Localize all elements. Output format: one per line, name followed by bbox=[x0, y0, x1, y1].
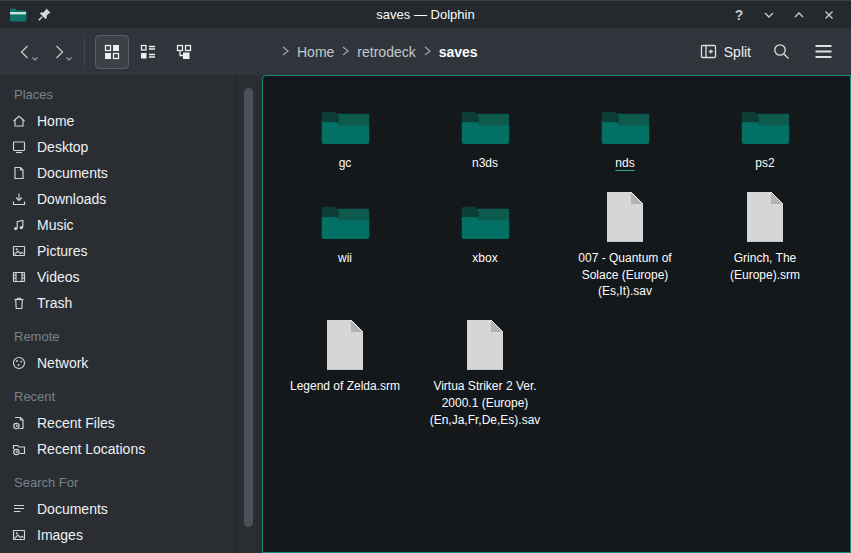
sidebar-item-desktop[interactable]: Desktop bbox=[0, 134, 262, 160]
sidebar-item-label: Home bbox=[37, 113, 74, 129]
item-name: Grinch, The (Europe).​srm bbox=[709, 250, 821, 284]
chevron-right-icon bbox=[281, 44, 290, 60]
folder-icon bbox=[319, 185, 372, 243]
music-icon bbox=[11, 217, 27, 233]
desktop-icon bbox=[11, 139, 27, 155]
sidebar-item-images[interactable]: Images bbox=[0, 522, 262, 548]
folder-icon bbox=[459, 185, 512, 243]
item-name: gc bbox=[339, 155, 352, 172]
chevron-up-icon bbox=[791, 7, 807, 23]
details-view-icon bbox=[139, 43, 157, 61]
back-dropdown-icon[interactable] bbox=[31, 48, 39, 66]
forward-button[interactable] bbox=[46, 37, 72, 67]
file-item-grinch-the-europe-srm[interactable]: Grinch, The (Europe).​srm bbox=[695, 185, 835, 300]
icons-view-icon bbox=[103, 43, 121, 61]
sidebar-item-label: Recent Locations bbox=[37, 441, 145, 457]
split-button-label: Split bbox=[724, 44, 751, 60]
toolbar: Home retrodeck saves Split bbox=[0, 28, 851, 75]
help-button[interactable]: ? bbox=[729, 5, 749, 25]
image-icon bbox=[11, 527, 27, 543]
search-button[interactable] bbox=[769, 40, 793, 64]
sidebar-item-music[interactable]: Music bbox=[0, 212, 262, 238]
folder-icon bbox=[599, 90, 652, 148]
breadcrumb-item-home[interactable]: Home bbox=[297, 44, 334, 60]
trash-icon bbox=[11, 295, 27, 311]
sidebar-scrollbar[interactable] bbox=[244, 88, 253, 527]
help-icon: ? bbox=[735, 7, 744, 23]
item-name: Virtua Striker 2 Ver.​ 2000.​1 (Europe) … bbox=[429, 378, 541, 428]
sidebar-item-documents[interactable]: Documents bbox=[0, 160, 262, 186]
item-name: 007 - Quantum of Solace (Europe) (Es,It)… bbox=[569, 250, 681, 300]
item-name: nds bbox=[615, 155, 634, 172]
breadcrumb-item-current[interactable]: saves bbox=[439, 44, 478, 60]
chevron-right-icon bbox=[423, 44, 432, 60]
document-icon bbox=[11, 165, 27, 181]
forward-dropdown-icon[interactable] bbox=[65, 48, 73, 66]
tree-view-button[interactable] bbox=[167, 35, 201, 69]
recent-files-icon bbox=[11, 415, 27, 431]
item-name: ps2 bbox=[755, 155, 774, 172]
close-icon bbox=[821, 7, 837, 23]
maximize-button[interactable] bbox=[789, 5, 809, 25]
pin-icon[interactable] bbox=[37, 7, 52, 22]
app-folder-icon bbox=[9, 7, 27, 22]
file-icon bbox=[745, 185, 785, 243]
sidebar-item-trash[interactable]: Trash bbox=[0, 290, 262, 316]
recent-locations-icon bbox=[11, 441, 27, 457]
breadcrumb: Home retrodeck saves bbox=[281, 44, 700, 60]
close-button[interactable] bbox=[819, 5, 839, 25]
folder-view[interactable]: gcn3dsndsps2wiixbox007 - Quantum of Sola… bbox=[262, 75, 851, 553]
file-icon bbox=[465, 313, 505, 371]
sidebar-item-label: Videos bbox=[37, 269, 80, 285]
item-name: Legend of Zelda.​srm bbox=[290, 378, 400, 395]
sidebar-item-documents[interactable]: Documents bbox=[0, 496, 262, 522]
folder-icon bbox=[739, 90, 792, 148]
sidebar-item-audio[interactable]: Audio bbox=[0, 548, 262, 553]
hamburger-icon bbox=[814, 44, 833, 59]
folder-item-nds[interactable]: nds bbox=[555, 90, 695, 172]
sidebar-item-label: Network bbox=[37, 355, 88, 371]
item-name: n3ds bbox=[472, 155, 498, 172]
breadcrumb-item-retrodeck[interactable]: retrodeck bbox=[357, 44, 415, 60]
menu-button[interactable] bbox=[811, 40, 835, 64]
sidebar-item-label: Documents bbox=[37, 165, 108, 181]
sidebar-item-home[interactable]: Home bbox=[0, 108, 262, 134]
back-button[interactable] bbox=[12, 37, 38, 67]
main-area: PlacesHomeDesktopDocumentsDownloadsMusic… bbox=[0, 75, 851, 553]
split-button[interactable]: Split bbox=[700, 44, 751, 60]
sidebar-item-label: Documents bbox=[37, 501, 108, 517]
file-item-007-quantum-of-solace-europe-es-it-sav[interactable]: 007 - Quantum of Solace (Europe) (Es,It)… bbox=[555, 185, 695, 300]
sidebar-item-videos[interactable]: Videos bbox=[0, 264, 262, 290]
sidebar-item-recent-locations[interactable]: Recent Locations bbox=[0, 436, 262, 462]
details-view-button[interactable] bbox=[131, 35, 165, 69]
sidebar-item-label: Images bbox=[37, 527, 83, 543]
icons-view-button[interactable] bbox=[95, 35, 129, 69]
sidebar-section-header: Remote bbox=[14, 329, 262, 344]
sidebar-item-label: Downloads bbox=[37, 191, 106, 207]
folder-item-n3ds[interactable]: n3ds bbox=[415, 90, 555, 172]
sidebar-item-label: Desktop bbox=[37, 139, 88, 155]
network-icon bbox=[11, 355, 27, 371]
folder-item-xbox[interactable]: xbox bbox=[415, 185, 555, 300]
places-panel: PlacesHomeDesktopDocumentsDownloadsMusic… bbox=[0, 75, 262, 553]
folder-item-wii[interactable]: wii bbox=[275, 185, 415, 300]
folder-item-gc[interactable]: gc bbox=[275, 90, 415, 172]
titlebar: saves — Dolphin ? bbox=[0, 0, 851, 28]
sidebar-item-downloads[interactable]: Downloads bbox=[0, 186, 262, 212]
window-title: saves — Dolphin bbox=[0, 7, 851, 22]
image-icon bbox=[11, 243, 27, 259]
sidebar-item-label: Music bbox=[37, 217, 74, 233]
sidebar-item-pictures[interactable]: Pictures bbox=[0, 238, 262, 264]
tree-view-icon bbox=[175, 43, 193, 61]
chevron-down-icon bbox=[761, 7, 777, 23]
folder-item-ps2[interactable]: ps2 bbox=[695, 90, 835, 172]
sidebar-item-network[interactable]: Network bbox=[0, 350, 262, 376]
file-item-virtua-striker-2-ver-2000-1-europe-en-ja-fr-de-es-sav[interactable]: Virtua Striker 2 Ver.​ 2000.​1 (Europe) … bbox=[415, 313, 555, 428]
minimize-button[interactable] bbox=[759, 5, 779, 25]
split-view-icon bbox=[700, 44, 717, 59]
sidebar-item-label: Recent Files bbox=[37, 415, 115, 431]
file-item-legend-of-zelda-srm[interactable]: Legend of Zelda.​srm bbox=[275, 313, 415, 428]
file-icon bbox=[605, 185, 645, 243]
sidebar-section-header: Search For bbox=[14, 475, 262, 490]
sidebar-item-recent-files[interactable]: Recent Files bbox=[0, 410, 262, 436]
